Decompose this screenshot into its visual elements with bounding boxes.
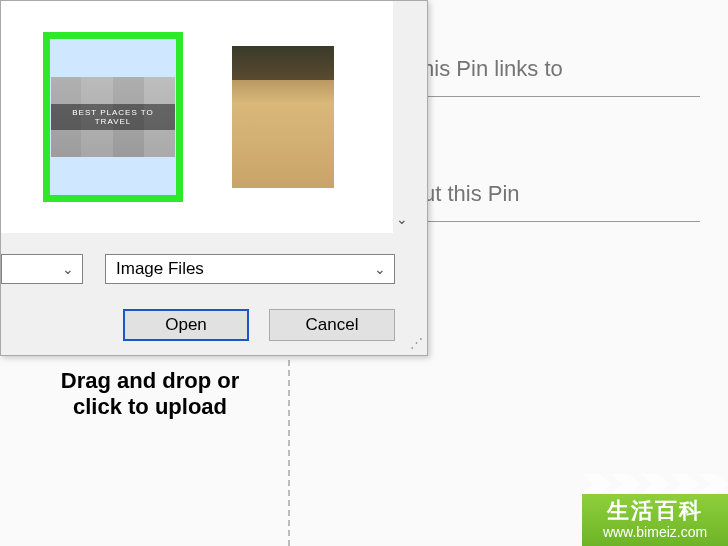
- thumbnail-item-selected[interactable]: BEST PLACES TO TRAVEL: [43, 32, 183, 202]
- watermark-arrows: [582, 474, 728, 494]
- watermark-title: 生活百科: [582, 498, 728, 524]
- thumbnail-caption: BEST PLACES TO TRAVEL: [51, 104, 175, 130]
- cancel-button-label: Cancel: [306, 315, 359, 335]
- chevron-down-icon: ⌄: [396, 211, 408, 227]
- file-open-dialog: BEST PLACES TO TRAVEL ⌄ ⌄ Image Files ⌄ …: [0, 0, 428, 356]
- resize-grip-icon[interactable]: ⋰: [410, 339, 424, 353]
- dialog-controls-row: ⌄ Image Files ⌄: [1, 249, 427, 289]
- filename-combo[interactable]: ⌄: [1, 254, 83, 284]
- chevron-down-icon: ⌄: [374, 261, 386, 277]
- watermark-url: www.bimeiz.com: [582, 524, 728, 541]
- file-filter-value: Image Files: [116, 259, 204, 279]
- chevron-down-icon: ⌄: [62, 261, 74, 277]
- upload-prompt-line2: click to upload: [73, 394, 227, 419]
- file-filter-combo[interactable]: Image Files ⌄: [105, 254, 395, 284]
- thumbnail-item[interactable]: [213, 32, 353, 202]
- thumbnail-list: BEST PLACES TO TRAVEL ⌄: [1, 1, 411, 233]
- thumbnail-image: BEST PLACES TO TRAVEL: [51, 77, 175, 157]
- watermark: 生活百科 www.bimeiz.com: [582, 494, 728, 546]
- upload-prompt: Drag and drop or click to upload: [30, 368, 270, 421]
- cancel-button[interactable]: Cancel: [269, 309, 395, 341]
- thumbnail-scrollbar[interactable]: ⌄: [393, 1, 411, 233]
- open-button[interactable]: Open: [123, 309, 249, 341]
- upload-prompt-line1: Drag and drop or: [61, 368, 239, 393]
- dialog-buttons-row: Open Cancel: [1, 301, 427, 349]
- thumbnail-image: [232, 46, 334, 188]
- open-button-label: Open: [165, 315, 207, 335]
